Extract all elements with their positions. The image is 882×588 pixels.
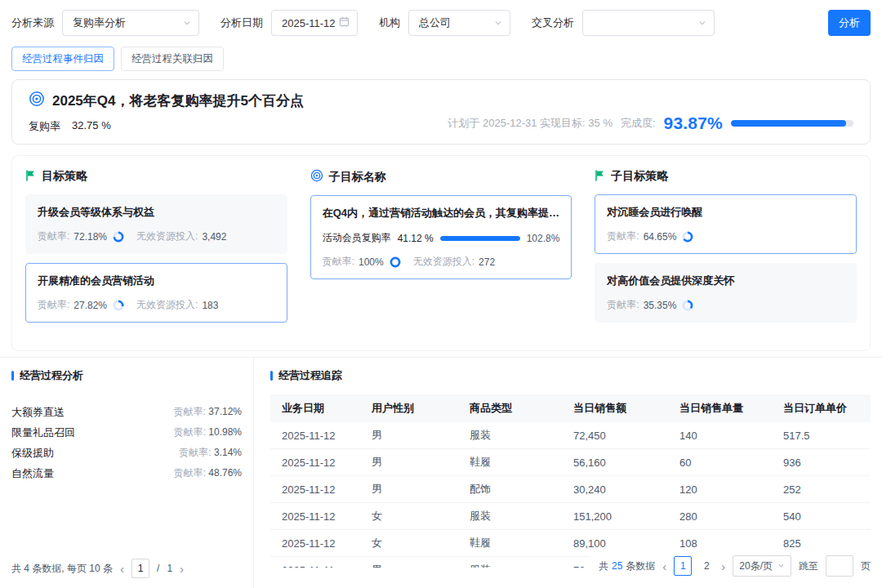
tracking-head-row: 业务日期用户性别商品类型当日销售额当日销售单量当日订单单价 <box>270 394 871 422</box>
table-cell: 140 <box>668 422 772 449</box>
contribution-donut-icon <box>390 256 401 268</box>
page-size-select[interactable]: 20条/页 <box>733 555 791 577</box>
table-cell: 女 <box>360 530 458 557</box>
next-page-icon[interactable]: › <box>721 560 725 572</box>
section-marker <box>11 371 14 381</box>
jump-label: 跳至 <box>799 559 818 573</box>
subgoal-metric-value: 41.12 % <box>398 233 434 244</box>
section-marker <box>270 371 273 381</box>
contribution-label: 贡献率: <box>607 229 639 243</box>
invalid-resource-label: 无效资源投入: <box>136 298 198 312</box>
source-select-value: 复购率分析 <box>73 16 126 30</box>
tab-relation-attribution[interactable]: 经营过程关联归因 <box>121 47 224 71</box>
strategy-card[interactable]: 升级会员等级体系与权益 贡献率: 72.18% 无效资源投入: 3,492 <box>25 194 287 254</box>
next-page-icon[interactable]: › <box>180 563 184 575</box>
substrategy-card[interactable]: 对沉睡会员进行唤醒 贡献率: 64.65% <box>595 194 857 254</box>
analysis-pagination-summary: 共 4 条数据, 每页 10 条 <box>11 562 113 576</box>
page-size-value: 20条/页 <box>739 559 773 573</box>
item-name: 保级援助 <box>11 446 54 461</box>
table-cell: 男 <box>360 476 458 503</box>
subgoal-column-title: 子目标名称 <box>329 170 386 185</box>
table-cell: 配饰 <box>458 476 562 503</box>
contribution-donut-icon <box>682 300 693 311</box>
contribution-value: 35.35% <box>644 300 677 311</box>
page-number[interactable]: 2 <box>699 560 714 572</box>
date-picker[interactable]: 2025-11-12 <box>271 10 358 36</box>
jump-page-input[interactable] <box>826 555 853 577</box>
strategy-card[interactable]: 开展精准的会员营销活动 贡献率: 27.82% 无效资源投入: 183 <box>25 263 287 323</box>
goal-card: 2025年Q4，将老客复购率提升5个百分点 复购率 32.75 % 计划于 20… <box>11 79 871 145</box>
chevron-down-icon <box>183 17 191 29</box>
table-cell: 2025-11-12 <box>270 503 360 530</box>
attribution-columns: 目标策略 升级会员等级体系与权益 贡献率: 72.18% 无效资源投入: 3,4… <box>11 155 871 351</box>
subgoal-header: 子目标名称 <box>310 169 572 185</box>
column-header: 当日销售额 <box>562 394 668 422</box>
goal-metric-label: 复购率 <box>29 119 60 134</box>
total-prefix: 共 <box>599 559 608 573</box>
contribution-label: 贡献率: <box>38 229 69 243</box>
list-item[interactable]: 自然流量贡献率: 48.76% <box>11 463 242 483</box>
contribution-label: 贡献率: <box>607 298 639 312</box>
table-row[interactable]: 2025-11-12女服装151,200280540 <box>270 503 871 530</box>
completion-value: 93.87% <box>664 114 723 133</box>
list-item[interactable]: 限量礼品召回贡献率: 10.98% <box>11 422 242 443</box>
contribution-donut-icon <box>113 300 124 311</box>
substrategy-header: 子目标策略 <box>595 169 857 184</box>
total-count: 25 <box>612 560 622 572</box>
page-number-box[interactable]: 1 <box>674 556 692 576</box>
prev-page-icon[interactable]: ‹ <box>662 560 666 572</box>
completion-progress-fill <box>731 120 846 127</box>
table-row[interactable]: 2025-11-12男鞋履56,16060936 <box>270 449 871 476</box>
table-cell: 30,240 <box>562 476 668 503</box>
process-analysis-title-row: 经营过程分析 <box>11 368 242 383</box>
substrategy-card-stats: 贡献率: 35.35% <box>607 298 844 312</box>
list-item[interactable]: 保级援助贡献率: 3.14% <box>11 443 242 463</box>
substrategy-card-title: 对高价值会员提供深度关怀 <box>607 274 844 288</box>
chevron-down-icon <box>777 560 785 572</box>
table-cell: 女 <box>360 503 458 530</box>
substrategy-column: 子目标策略 对沉睡会员进行唤醒 贡献率: 64.65% 对高价值会员提供深度关怀… <box>595 169 857 337</box>
tab-event-attribution[interactable]: 经营过程事件归因 <box>11 47 114 71</box>
table-row[interactable]: 2025-11-12男配饰30,240120252 <box>270 476 871 503</box>
item-contribution: 贡献率: 3.14% <box>179 446 242 460</box>
prev-page-icon[interactable]: ‹ <box>120 563 124 575</box>
source-select[interactable]: 复购率分析 <box>62 10 199 36</box>
subgoal-card[interactable]: 在Q4内，通过营销活动触达的会员，其复购率提升... 活动会员复购率 41.12… <box>310 195 572 279</box>
attribution-tabs: 经营过程事件归因 经营过程关联归因 <box>11 47 224 71</box>
subgoal-column: 子目标名称 在Q4内，通过营销活动触达的会员，其复购率提升... 活动会员复购率… <box>310 169 572 337</box>
contribution-value: 64.65% <box>644 231 677 243</box>
target-icon <box>310 169 323 185</box>
total-suffix: 条数据 <box>626 559 655 573</box>
strategy-column: 目标策略 升级会员等级体系与权益 贡献率: 72.18% 无效资源投入: 3,4… <box>25 169 287 337</box>
table-cell: 2025-11-12 <box>270 476 360 503</box>
table-cell: 151,200 <box>562 503 668 530</box>
substrategy-card-title: 对沉睡会员进行唤醒 <box>607 205 844 220</box>
invalid-resource-value: 3,492 <box>202 231 226 243</box>
strategy-card-stats: 贡献率: 72.18% 无效资源投入: 3,492 <box>38 229 275 243</box>
page-number-box[interactable]: 1 <box>131 559 149 578</box>
analyze-button[interactable]: 分析 <box>828 10 871 36</box>
tracking-body: 2025-11-12男服装72,450140517.52025-11-12男鞋履… <box>270 422 871 568</box>
substrategy-card[interactable]: 对高价值会员提供深度关怀 贡献率: 35.35% <box>595 263 857 323</box>
contribution-value: 27.82% <box>74 300 107 311</box>
item-name: 自然流量 <box>11 466 54 481</box>
table-cell: 男 <box>360 557 458 568</box>
list-item[interactable]: 大额券直送贡献率: 37.12% <box>11 402 242 422</box>
cross-analysis-select[interactable] <box>582 10 715 36</box>
completion-progress-bar <box>731 120 853 127</box>
invalid-resource-value: 272 <box>479 256 495 268</box>
table-cell: 936 <box>772 449 871 476</box>
table-cell: 540 <box>772 503 871 530</box>
table-row[interactable]: 2025-11-12男服装72,450140517.5 <box>270 422 871 449</box>
calendar-icon <box>339 16 350 29</box>
subgoal-metric-row: 活动会员复购率 41.12 % 102.8% <box>323 231 560 245</box>
completion-label: 完成度: <box>621 116 656 131</box>
process-tracking-title: 经营过程追踪 <box>278 368 342 383</box>
source-label: 分析来源 <box>11 16 54 30</box>
org-select[interactable]: 总公司 <box>408 10 510 36</box>
tracking-table-wrap: 业务日期用户性别商品类型当日销售额当日销售单量当日订单单价 2025-11-12… <box>270 394 871 568</box>
page-unit-label: 页 <box>861 559 871 573</box>
org-select-value: 总公司 <box>419 16 451 30</box>
table-cell: 2025-11-12 <box>270 530 360 557</box>
flag-icon <box>595 170 605 184</box>
